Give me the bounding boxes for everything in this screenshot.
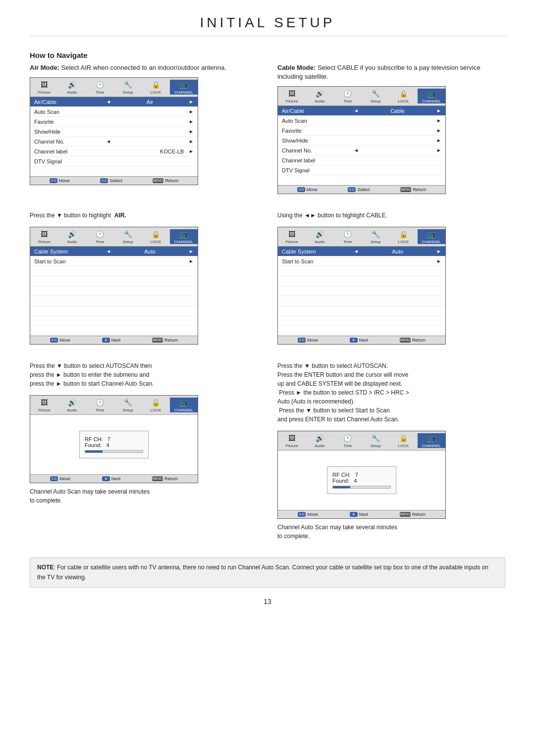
autoscan-caption-left: Press the ▼ button to select AUTOSCAN th… [30, 361, 258, 388]
audio-icon-5: 🔊 [66, 398, 77, 407]
air-mode-col: Air Mode: Select AIR when connected to a… [30, 63, 258, 198]
move-icon-4: ⊙⊙ [298, 338, 306, 343]
audio-icon-slot: 🔊 Audio [58, 80, 86, 95]
setup-icon-2: 🔧 [370, 89, 381, 99]
move-icon-3: ⊙⊙ [50, 338, 58, 343]
air-cable-menu-1: 🖼 Picture 🔊 Audio 🕐 Time 🔧 Setup [30, 77, 198, 185]
row-c-channel-label: Channel label [278, 155, 445, 165]
row-start-scan-1: Start to Scan ► [30, 256, 198, 266]
lock-icon: 🔒 [150, 80, 161, 90]
menu-icon-6: MENU [400, 512, 411, 517]
move-icon-6: ⊙⊙ [298, 512, 306, 517]
scan-bar-1 [85, 450, 143, 453]
footer-move-label: Move [59, 178, 70, 183]
row-start-scan-2: Start to Scan ► [278, 256, 445, 266]
move-icon: ⊙⊙ [50, 178, 57, 183]
channel-icon-2: 📺 [426, 89, 437, 99]
cable-mode-intro: Cable Mode: Select CABLE if you subscrib… [277, 63, 505, 81]
time-icon-3: 🕐 [95, 229, 106, 239]
setup-icon-6: 🔧 [370, 433, 381, 443]
setup-label: Setup [123, 90, 133, 95]
next-icon-4: ⊛ [350, 512, 358, 517]
audio-label: Audio [67, 90, 77, 95]
page-number: 13 [30, 598, 505, 605]
picture-icon-4: 🖼 [286, 229, 297, 239]
section-heading: How to Navigate [30, 51, 505, 59]
note-label: NOTE [37, 564, 54, 571]
footer-2: ⊙⊙ Move ⊙⊙ Select MENU Return [278, 185, 445, 194]
row-c-show-hide: Show/Hide ► [278, 136, 445, 146]
cable-mode-col: Cable Mode: Select CABLE if you subscrib… [277, 63, 505, 198]
lock-icon-2: 🔒 [398, 89, 409, 99]
scan-complete-caption-right: Channel Auto Scan may take several minut… [277, 523, 505, 541]
air-mode-bold: Air Mode: [30, 64, 59, 71]
channel-icon-slot-active: 📺 CHANNEL [170, 80, 198, 95]
scan-bar-fill-2 [333, 486, 350, 488]
row-dtv-signal: DTV Signal [30, 156, 198, 166]
row-c-dtv-signal: DTV Signal [278, 165, 445, 175]
lock-icon-6: 🔒 [398, 433, 409, 443]
menu-icon: MENU [153, 178, 163, 183]
audio-icon-6: 🔊 [314, 433, 325, 443]
row-air-cable: Air/Cable ◄ Air ► [30, 97, 198, 107]
setup-icon-5: 🔧 [122, 398, 133, 407]
footer-select-label: Select [109, 178, 122, 183]
picture-icon-2: 🖼 [286, 89, 297, 99]
row-channel-no: Channel No. ◄ ► [30, 137, 198, 147]
row-auto-scan: Auto Scan ► [30, 107, 198, 117]
channel-icon-5: 📺 [178, 398, 189, 407]
select-icon-2: ⊙⊙ [348, 187, 356, 192]
lock-label: LOCK [151, 90, 161, 95]
scan-progress-1: RF CH: 7 Found: 4 [79, 431, 149, 458]
row-c-auto-scan: Auto Scan ► [278, 116, 445, 126]
row-favorite: Favorite ► [30, 117, 198, 127]
lock-icon-4: 🔒 [398, 229, 409, 239]
picture-icon: 🖼 [39, 80, 50, 90]
lock-icon-5: 🔒 [150, 398, 161, 407]
footer-6: ⊙⊙ Move ⊛ Next MENU Return [278, 510, 445, 518]
found-1: Found: 4 [85, 442, 143, 448]
row-2: Press the ▼ button to highlight AIR. 🖼Pi… [30, 208, 505, 349]
next-icon-1: ⊛ [102, 338, 110, 343]
autoscan-right-col: Press the ▼ button to select AUTOSCAN. P… [277, 358, 505, 548]
cable-mode-bold: Cable Mode: [277, 64, 316, 71]
time-icon-5: 🕐 [95, 398, 106, 407]
audio-icon-2: 🔊 [314, 89, 325, 99]
air-cable-menu-2: 🖼Picture 🔊Audio 🕐Time 🔧Setup 🔒LOCK 📺CHAN… [277, 86, 446, 194]
row-cable-system-1: Cable System ◄ Auto ► [30, 247, 198, 256]
scan-bar-2 [332, 486, 391, 489]
move-icon-5: ⊙⊙ [50, 476, 58, 481]
channel-icon-4: 📺 [426, 229, 437, 239]
time-icon: 🕐 [95, 80, 106, 90]
row-c-channel-no: Channel No. ◄ ► [278, 146, 445, 155]
footer-1: ⊙⊙ Move ⊙⊙ Select MENU Return [30, 176, 198, 185]
audio-icon-4: 🔊 [314, 229, 325, 239]
menu-icon-2: MENU [400, 187, 411, 192]
scan-complete-caption-left: Channel Auto Scan may take several minut… [30, 487, 258, 505]
rf-ch-1: RF CH: 7 [85, 436, 143, 442]
air-caption-col: Press the ▼ button to highlight AIR. 🖼Pi… [30, 208, 258, 349]
row-3: Press the ▼ button to select AUTOSCAN th… [30, 358, 505, 548]
note-text: : For cable or satellite users with no T… [37, 564, 488, 580]
channel-icon-3: 📺 [178, 229, 189, 239]
picture-icon-5: 🖼 [39, 398, 50, 407]
note-box: NOTE: For cable or satellite users with … [30, 557, 505, 587]
row-empty-1 [30, 166, 198, 176]
row-cable-system-2: Cable System ◄ Auto ► [278, 247, 445, 256]
channel-icon-6: 📺 [426, 433, 437, 443]
footer-5: ⊙⊙ Move ⊛ Next MENU Return [30, 474, 198, 483]
menu-icon-5: MENU [152, 476, 163, 481]
footer-return-label: Return [165, 178, 178, 183]
cable-system-menu-1: 🖼Picture 🔊Audio 🕐Time 🔧Setup 🔒LOCK 📺CHAN… [30, 227, 198, 345]
time-icon-slot: 🕐 Time [86, 80, 114, 95]
setup-icon-4: 🔧 [370, 229, 381, 239]
scan-progress-2: RF CH: 7 Found: 4 [327, 466, 396, 494]
next-icon-3: ⊛ [102, 476, 110, 481]
menu-rows-1: Air/Cable ◄ Air ► Auto Scan ► Favorite ► [30, 97, 198, 176]
time-icon-2: 🕐 [342, 89, 353, 99]
setup-icon: 🔧 [122, 80, 133, 90]
setup-icon-slot: 🔧 Setup [114, 80, 142, 95]
channel-icon: 📺 [178, 80, 189, 90]
audio-icon-3: 🔊 [66, 229, 77, 239]
audio-icon: 🔊 [66, 80, 77, 90]
